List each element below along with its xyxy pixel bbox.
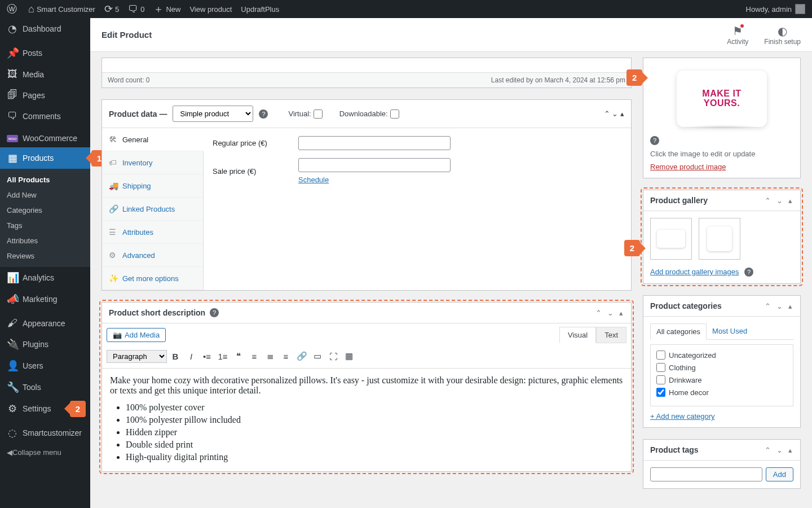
tab-shipping[interactable]: 🚚Shipping <box>102 174 203 198</box>
tab-text[interactable]: Text <box>596 327 626 343</box>
gallery-thumb[interactable] <box>650 218 692 260</box>
updraftplus[interactable]: UpdraftPlus <box>236 0 284 18</box>
remove-image-link[interactable]: Remove product image <box>650 163 793 171</box>
menu-media[interactable]: 🖼Media <box>0 64 90 85</box>
downloadable-toggle[interactable]: Downloadable: <box>339 110 399 119</box>
move-down-icon[interactable]: ⌄ <box>775 196 784 205</box>
bold-button[interactable]: B <box>168 349 183 364</box>
sub-add-new[interactable]: Add New <box>0 187 90 203</box>
add-media-button[interactable]: 📷Add Media <box>107 328 166 342</box>
move-up-icon[interactable]: ⌃ <box>604 110 610 118</box>
menu-users[interactable]: 👤Users <box>0 355 90 376</box>
toggle-panel-icon[interactable]: ▴ <box>618 309 624 317</box>
menu-appearance[interactable]: 🖌Appearance <box>0 313 90 334</box>
toggle-panel-icon[interactable]: ▴ <box>620 110 624 118</box>
tab-inventory[interactable]: 🏷Inventory <box>102 151 203 174</box>
virtual-toggle[interactable]: Virtual: <box>288 110 322 119</box>
numbers-button[interactable]: 1≡ <box>215 349 230 364</box>
toggle-panel-icon[interactable]: ▴ <box>787 196 793 205</box>
tab-visual[interactable]: Visual <box>559 327 596 343</box>
menu-pages[interactable]: 🗐Pages <box>0 85 90 106</box>
toggle-panel-icon[interactable]: ▴ <box>787 302 793 310</box>
new-content[interactable]: ＋New <box>149 0 185 18</box>
tab-general[interactable]: 🛠General <box>102 128 204 151</box>
add-category-link[interactable]: + Add new category <box>650 412 793 421</box>
cat-drinkware[interactable]: Drinkware <box>656 375 787 384</box>
menu-tools[interactable]: 🔧Tools <box>0 376 90 398</box>
activity-button[interactable]: ⚑ Activity <box>727 24 748 46</box>
menu-dashboard[interactable]: ◔Dashboard <box>0 18 90 40</box>
wp-logo[interactable]: ⓦ <box>2 0 24 18</box>
my-account[interactable]: Howdy, admin <box>742 0 810 18</box>
product-image-thumb[interactable]: MAKE ITYOURS. <box>663 65 781 133</box>
sub-tags[interactable]: Tags <box>0 218 90 233</box>
menu-plugins[interactable]: 🔌Plugins <box>0 334 90 355</box>
align-right-button[interactable]: ≡ <box>279 349 293 364</box>
menu-marketing[interactable]: 📣Marketing <box>0 288 90 310</box>
menu-woocommerce[interactable]: wooWooCommerce <box>0 129 90 147</box>
gallery-thumb[interactable] <box>699 218 740 260</box>
tab-most-used[interactable]: Most Used <box>707 323 753 339</box>
downloadable-checkbox[interactable] <box>390 110 399 119</box>
sub-attributes[interactable]: Attributes <box>0 233 90 248</box>
move-down-icon[interactable]: ⌄ <box>612 110 618 118</box>
move-up-icon[interactable]: ⌃ <box>764 446 772 454</box>
tab-more[interactable]: ✨Get more options <box>102 267 203 290</box>
regular-price-input[interactable] <box>298 136 451 150</box>
add-tag-button[interactable]: Add <box>766 467 793 481</box>
menu-posts[interactable]: 📌Posts <box>0 42 90 64</box>
virtual-checkbox[interactable] <box>314 110 323 119</box>
sub-reviews[interactable]: Reviews <box>0 248 90 264</box>
help-icon[interactable]: ? <box>259 110 268 119</box>
toolbar-toggle-button[interactable]: ▦ <box>342 349 356 364</box>
tab-linked[interactable]: 🔗Linked Products <box>102 198 203 221</box>
menu-settings[interactable]: ⚙Settings 2 <box>0 398 90 419</box>
quote-button[interactable]: ❝ <box>231 349 246 364</box>
tab-all-categories[interactable]: All categories <box>650 323 707 340</box>
gallery-title: Product gallery <box>650 196 708 205</box>
italic-button[interactable]: I <box>184 349 198 364</box>
toggle-panel-icon[interactable]: ▴ <box>787 446 793 454</box>
view-product[interactable]: View product <box>185 0 236 18</box>
tab-advanced[interactable]: ⚙Advanced <box>102 244 203 267</box>
product-type-select[interactable]: Simple product <box>173 106 253 122</box>
move-down-icon[interactable]: ⌄ <box>606 309 615 317</box>
menu-products[interactable]: ▦Products 1 <box>0 147 90 169</box>
collapse-menu[interactable]: ◀Collapse menu <box>0 444 90 461</box>
wordpress-icon: ⓦ <box>7 2 17 16</box>
help-icon[interactable]: ? <box>744 268 753 277</box>
menu-comments[interactable]: 🗨Comments <box>0 106 90 126</box>
move-down-icon[interactable]: ⌄ <box>775 302 784 310</box>
fullscreen-button[interactable]: ⛶ <box>326 349 341 364</box>
comments[interactable]: 🗨0 <box>123 0 149 18</box>
tab-attributes[interactable]: ☰Attributes <box>102 221 203 244</box>
align-left-button[interactable]: ≡ <box>247 349 262 364</box>
finish-setup-button[interactable]: ◐ Finish setup <box>764 24 801 46</box>
link-button[interactable]: 🔗 <box>294 349 309 364</box>
help-icon[interactable]: ? <box>650 136 659 145</box>
align-center-button[interactable]: ≣ <box>263 349 277 364</box>
menu-smartcustomizer[interactable]: ◌Smartcustomizer <box>0 422 90 444</box>
site-name[interactable]: ⌂Smart Customizer <box>24 0 100 18</box>
desc-paragraph: Make your home cozy with decorative pers… <box>110 375 623 396</box>
readmore-button[interactable]: ▭ <box>310 349 325 364</box>
updates[interactable]: ⟳5 <box>100 0 123 18</box>
cat-home-decor[interactable]: Home decor <box>656 388 787 397</box>
sub-all-products[interactable]: All Products <box>0 172 90 187</box>
help-icon[interactable]: ? <box>210 308 219 317</box>
paragraph-select[interactable]: Paragraph <box>107 350 167 363</box>
sub-categories[interactable]: Categories <box>0 203 90 218</box>
schedule-link[interactable]: Schedule <box>298 176 329 184</box>
add-gallery-link[interactable]: Add product gallery images <box>650 268 739 276</box>
move-down-icon[interactable]: ⌄ <box>775 446 784 454</box>
move-up-icon[interactable]: ⌃ <box>764 196 772 205</box>
menu-analytics[interactable]: 📊Analytics <box>0 267 90 288</box>
tag-input[interactable] <box>650 467 762 481</box>
move-up-icon[interactable]: ⌃ <box>594 309 603 317</box>
short-desc-editor[interactable]: Make your home cozy with decorative pers… <box>102 369 631 471</box>
sale-price-input[interactable] <box>298 158 451 172</box>
move-up-icon[interactable]: ⌃ <box>764 302 772 310</box>
cat-uncategorized[interactable]: Uncategorized <box>656 351 787 360</box>
cat-clothing[interactable]: Clothing <box>656 363 787 372</box>
bullets-button[interactable]: •≡ <box>200 349 214 364</box>
